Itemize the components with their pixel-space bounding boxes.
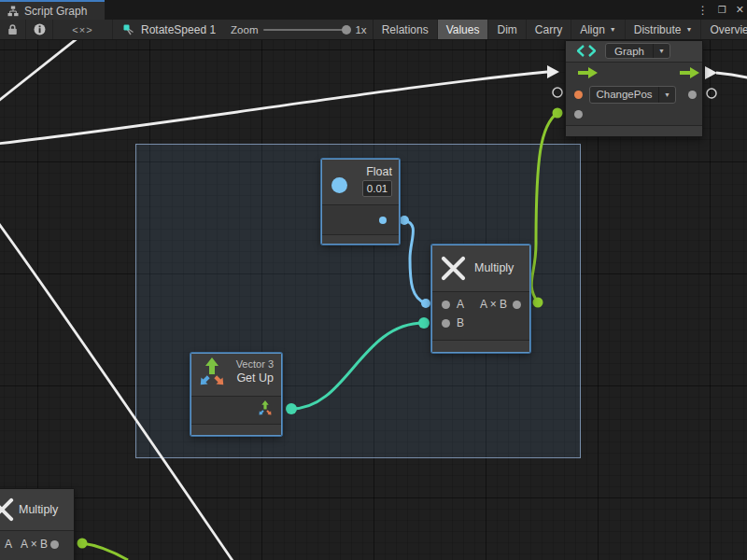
wire-cap[interactable] xyxy=(553,108,563,119)
tab-title: Script Graph xyxy=(24,5,87,18)
relations-button[interactable]: Relations xyxy=(374,20,438,39)
carry-button[interactable]: Carry xyxy=(527,20,571,39)
chevron-down-icon: ▼ xyxy=(610,26,616,33)
overview-button[interactable]: Overview xyxy=(701,20,747,39)
wire-cap[interactable] xyxy=(418,317,430,329)
wire-multiply-to-graphunit[interactable] xyxy=(531,113,557,302)
port-a-label: A xyxy=(5,538,12,551)
float-output-port[interactable] xyxy=(379,217,387,224)
float-value-input[interactable]: 0.01 xyxy=(362,180,392,197)
wire-cap[interactable] xyxy=(421,299,430,308)
zoom-value: 1x xyxy=(355,24,366,35)
port-out-dot[interactable] xyxy=(50,540,59,549)
wire-float-to-multiply-a[interactable] xyxy=(404,220,426,303)
node-vector3-getup[interactable]: Vector 3 Get Up xyxy=(190,353,282,436)
multiply-x-icon xyxy=(441,256,466,281)
tab-script-graph[interactable]: Script Graph xyxy=(0,0,105,20)
port-a-label: A xyxy=(457,298,464,311)
port-out-label: A × B xyxy=(480,298,507,311)
node-title: Get Up xyxy=(236,371,274,385)
node-float[interactable]: Float 0.01 xyxy=(321,159,400,245)
window-maximize-icon[interactable]: ❐ xyxy=(718,5,726,15)
vector3-axes-icon xyxy=(197,357,227,389)
tab-bar: Script Graph ⋮ ❐ ✕ xyxy=(0,0,747,20)
node-footer[interactable] xyxy=(566,125,702,136)
align-dropdown-button[interactable]: Align ▼ xyxy=(571,20,626,39)
node-footer[interactable] xyxy=(432,340,529,352)
chevron-down-icon: ▼ xyxy=(685,26,692,33)
node-header[interactable]: Multiply xyxy=(432,245,529,292)
window-close-icon[interactable]: ✕ xyxy=(736,4,744,16)
node-footer[interactable] xyxy=(322,234,399,244)
zoom-label: Zoom xyxy=(231,24,258,35)
graph-dropdown[interactable]: Graph ▼ xyxy=(605,43,670,59)
port-out-dot[interactable] xyxy=(513,301,521,309)
values-button[interactable]: Values xyxy=(438,20,489,39)
wire-cap[interactable] xyxy=(533,298,543,308)
port-dot[interactable] xyxy=(574,110,583,119)
code-preview-icon: <×> xyxy=(72,24,92,35)
graph-canvas[interactable]: Graph ▼ ChangePos ▼ Float 0.01 xyxy=(0,40,747,560)
flow-out-arrow-icon[interactable] xyxy=(680,66,700,79)
graph-reference-button[interactable]: RotateSpeed 1 xyxy=(113,20,225,39)
node-multiply[interactable]: Multiply A A × B B xyxy=(431,245,530,353)
vector3-output-port-icon[interactable] xyxy=(257,400,274,417)
wire-white-topleft[interactable] xyxy=(0,40,87,105)
node-header[interactable]: Graph ▼ xyxy=(566,41,702,63)
zoom-slider-handle[interactable] xyxy=(342,25,351,35)
chevron-down-icon: ▼ xyxy=(653,44,669,58)
graph-reference-icon xyxy=(122,23,135,36)
node-graph-unit[interactable]: Graph ▼ ChangePos ▼ xyxy=(565,40,703,137)
script-graph-icon xyxy=(7,6,19,17)
node-title: Multiply xyxy=(474,261,514,274)
zoom-control: Zoom 1x xyxy=(225,20,373,39)
distribute-dropdown-button[interactable]: Distribute ▼ xyxy=(626,20,702,39)
port-b-label: B xyxy=(457,316,464,329)
port-out-label: A × B xyxy=(21,538,48,551)
flow-arrow-cap-out[interactable] xyxy=(705,66,717,79)
chevron-down-icon: ▼ xyxy=(658,87,675,103)
lock-button[interactable] xyxy=(0,20,26,39)
flow-arrow-cap-in[interactable] xyxy=(547,65,559,78)
port-orange-dot[interactable] xyxy=(574,91,583,99)
wire-cap[interactable] xyxy=(400,216,409,225)
dim-button[interactable]: Dim xyxy=(488,20,526,39)
node-header[interactable]: Multiply xyxy=(0,489,74,531)
wire-getup-to-multiply-b[interactable] xyxy=(291,323,424,409)
unconnected-port-ring-left[interactable] xyxy=(553,88,562,97)
port-dot[interactable] xyxy=(688,91,697,99)
graph-toolbar: <×> RotateSpeed 1 Zoom 1x Relations Valu… xyxy=(0,20,747,40)
node-type-label: Vector 3 xyxy=(236,358,274,370)
node-title: Multiply xyxy=(19,503,58,516)
code-chevrons-icon xyxy=(577,45,596,57)
port-a-dot[interactable] xyxy=(442,301,450,309)
flow-in-arrow-icon[interactable] xyxy=(578,66,599,79)
node-title: Float xyxy=(362,165,392,178)
node-multiply-partial[interactable]: Multiply A A × B xyxy=(0,488,75,560)
wire-bottom-multiply-out[interactable] xyxy=(82,543,128,560)
window-controls: ⋮ ❐ ✕ xyxy=(698,0,744,20)
port-b-dot[interactable] xyxy=(442,319,450,328)
multiply-x-icon xyxy=(0,497,14,522)
wire-cap[interactable] xyxy=(78,539,88,549)
info-icon xyxy=(34,23,46,35)
wire-white-to-graph-input[interactable] xyxy=(0,72,547,145)
window-menu-icon[interactable]: ⋮ xyxy=(698,4,709,17)
graph-reference-label: RotateSpeed 1 xyxy=(141,23,216,36)
node-footer[interactable] xyxy=(191,424,281,435)
wire-white-from-graph-output[interactable] xyxy=(716,73,747,78)
changepos-dropdown[interactable]: ChangePos ▼ xyxy=(589,86,676,104)
node-header[interactable]: Vector 3 Get Up xyxy=(191,354,281,397)
code-preview-button[interactable]: <×> xyxy=(53,20,113,39)
lock-icon xyxy=(7,23,18,35)
float-circle-icon xyxy=(331,177,347,193)
unconnected-port-ring-right[interactable] xyxy=(707,89,716,98)
wire-cap[interactable] xyxy=(286,403,297,414)
zoom-slider[interactable] xyxy=(263,29,349,31)
info-button[interactable] xyxy=(26,20,53,39)
node-header[interactable]: Float 0.01 xyxy=(322,160,399,205)
